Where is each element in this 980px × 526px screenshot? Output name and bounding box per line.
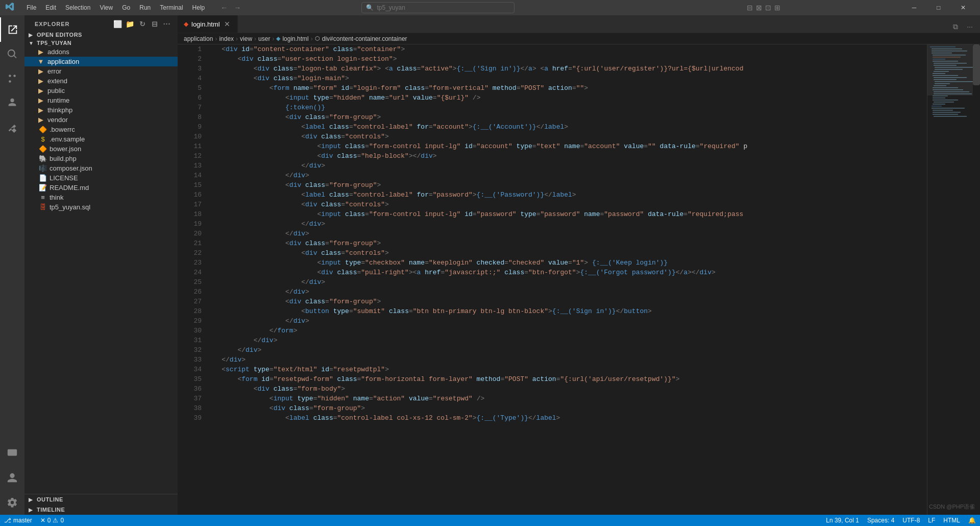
- sidebar-item-sql[interactable]: 🗄 tp5_yuyan.sql: [24, 202, 178, 212]
- source-control-activity-icon[interactable]: [0, 66, 24, 91]
- editor-tab-login[interactable]: ◆ login.html ✕: [178, 15, 238, 33]
- remote-explorer-activity-icon[interactable]: [0, 441, 24, 466]
- status-left: ⎇ master ✕ 0 ⚠ 0: [0, 515, 68, 526]
- sidebar: EXPLORER ⬜ 📁 ↻ ⊟ ··· ▶ OPEN EDITORS ▼ TP…: [24, 15, 178, 515]
- svg-point-1: [13, 75, 16, 77]
- minimize-button[interactable]: ─: [902, 0, 926, 15]
- scrollbar-thumb[interactable]: [973, 44, 980, 85]
- vertical-scrollbar[interactable]: [973, 44, 980, 515]
- breadcrumb-filename[interactable]: login.html: [282, 35, 308, 42]
- language-status[interactable]: HTML: [939, 515, 964, 526]
- svg-rect-8: [933, 55, 966, 56]
- sidebar-item-bower-json[interactable]: 🔶 bower.json: [24, 144, 178, 154]
- breadcrumb-index[interactable]: index: [219, 35, 234, 42]
- timeline-section[interactable]: ▶ TIMELINE: [24, 505, 178, 515]
- sidebar-item-error[interactable]: ▶ error: [24, 66, 178, 76]
- collapse-all-icon[interactable]: ⊟: [150, 19, 159, 29]
- more-tabs-button[interactable]: ···: [964, 20, 976, 33]
- sidebar-item-thinkphp[interactable]: ▶ thinkphp: [24, 105, 178, 115]
- outline-section[interactable]: ▶ OUTLINE: [24, 494, 178, 505]
- sidebar-item-extend[interactable]: ▶ extend: [24, 76, 178, 86]
- menu-go[interactable]: Go: [118, 3, 134, 12]
- breadcrumb-file-icon: ◆: [276, 35, 280, 42]
- layout-icon-1[interactable]: ⊟: [747, 4, 753, 12]
- menu-help[interactable]: Help: [188, 3, 209, 12]
- menu-bar: File Edit Selection View Go Run Terminal…: [22, 3, 209, 12]
- breadcrumb-user[interactable]: user: [258, 35, 270, 42]
- menu-view[interactable]: View: [95, 3, 117, 12]
- settings-activity-icon[interactable]: [0, 490, 24, 515]
- warning-count: 0: [60, 517, 64, 524]
- sidebar-item-vendor[interactable]: ▶ vendor: [24, 115, 178, 125]
- project-section[interactable]: ▼ TP5_YUYAN: [24, 39, 178, 47]
- line-col-text: Ln 39, Col 1: [826, 517, 859, 524]
- sidebar-item-runtime[interactable]: ▶ runtime: [24, 95, 178, 105]
- sidebar-item-readme[interactable]: 📝 README.md: [24, 183, 178, 193]
- layout-icon-2[interactable]: ⊠: [756, 4, 762, 12]
- code-text[interactable]: <div id="content-container" class="conta…: [206, 44, 927, 515]
- line-ending-status[interactable]: LF: [924, 515, 939, 526]
- branch-status[interactable]: ⎇ master: [0, 515, 36, 526]
- nav-back-button[interactable]: ←: [218, 2, 230, 14]
- nav-buttons: ← →: [218, 2, 243, 14]
- svg-rect-35: [933, 110, 953, 111]
- svg-rect-38: [934, 116, 967, 117]
- html-file-icon: ◆: [184, 20, 188, 28]
- menu-edit[interactable]: Edit: [41, 3, 60, 12]
- svg-rect-26: [934, 91, 969, 92]
- open-editors-section[interactable]: ▶ OPEN EDITORS: [24, 31, 178, 39]
- feedback-status[interactable]: 🔔: [964, 515, 980, 526]
- layout-icon-3[interactable]: ⊡: [765, 4, 771, 12]
- breadcrumb-symbol[interactable]: div#content-container.container: [322, 35, 407, 42]
- extensions-activity-icon[interactable]: [0, 115, 24, 140]
- breadcrumb-application[interactable]: application: [184, 35, 213, 42]
- menu-selection[interactable]: Selection: [61, 3, 94, 12]
- debug-activity-icon[interactable]: [0, 91, 24, 115]
- refresh-icon[interactable]: ↻: [138, 19, 147, 29]
- explorer-activity-icon[interactable]: [0, 17, 24, 42]
- sidebar-item-composer-json[interactable]: 🎼 composer.json: [24, 163, 178, 173]
- breadcrumb-symbol-icon: ⬡: [315, 35, 320, 42]
- new-file-icon[interactable]: ⬜: [113, 19, 122, 29]
- line-col-status[interactable]: Ln 39, Col 1: [822, 515, 863, 526]
- sidebar-item-bowerrc[interactable]: 🔶 .bowerrc: [24, 125, 178, 134]
- svg-rect-11: [933, 61, 958, 62]
- titlebar: File Edit Selection View Go Run Terminal…: [0, 0, 980, 15]
- line-numbers: 1 2 3 4 5 6 7 8 9 10 11 12 13 14 15 16 1…: [178, 44, 206, 515]
- svg-rect-3: [8, 449, 17, 456]
- account-activity-icon[interactable]: [0, 466, 24, 490]
- sidebar-item-addons[interactable]: ▶ addons: [24, 47, 178, 57]
- svg-rect-18: [933, 75, 958, 76]
- menu-run[interactable]: Run: [135, 3, 155, 12]
- sidebar-item-env-sample[interactable]: $ .env.sample: [24, 134, 178, 144]
- close-button[interactable]: ✕: [951, 0, 975, 15]
- sidebar-item-application[interactable]: ▼ application: [24, 57, 178, 66]
- layout-icon-4[interactable]: ⊞: [774, 4, 780, 12]
- search-bar[interactable]: 🔍: [361, 2, 514, 13]
- sidebar-item-build-php[interactable]: 🐘 build.php: [24, 154, 178, 163]
- error-count: 0: [47, 517, 51, 524]
- search-input[interactable]: [377, 4, 510, 11]
- window-controls: ─ □ ✕: [902, 0, 975, 15]
- menu-file[interactable]: File: [22, 3, 40, 12]
- maximize-button[interactable]: □: [927, 0, 950, 15]
- spaces-status[interactable]: Spaces: 4: [863, 515, 898, 526]
- errors-status[interactable]: ✕ 0 ⚠ 0: [36, 515, 68, 526]
- svg-rect-13: [934, 65, 957, 66]
- svg-rect-24: [933, 87, 958, 88]
- encoding-status[interactable]: UTF-8: [898, 515, 924, 526]
- more-actions-icon[interactable]: ···: [162, 19, 172, 29]
- sidebar-item-think[interactable]: ≡ think: [24, 193, 178, 202]
- new-folder-icon[interactable]: 📁: [126, 19, 135, 29]
- breadcrumb-view[interactable]: view: [240, 35, 252, 42]
- sidebar-item-public[interactable]: ▶ public: [24, 86, 178, 95]
- menu-terminal[interactable]: Terminal: [156, 3, 187, 12]
- split-editor-button[interactable]: ⧉: [949, 20, 962, 33]
- tab-close-button[interactable]: ✕: [223, 20, 231, 28]
- watermark: CSDN @PHP语雀: [929, 503, 975, 511]
- nav-forward-button[interactable]: →: [231, 2, 243, 14]
- svg-rect-12: [934, 63, 967, 64]
- code-editor[interactable]: 1 2 3 4 5 6 7 8 9 10 11 12 13 14 15 16 1…: [178, 44, 980, 515]
- search-activity-icon[interactable]: [0, 42, 24, 66]
- sidebar-item-license[interactable]: 📄 LICENSE: [24, 173, 178, 183]
